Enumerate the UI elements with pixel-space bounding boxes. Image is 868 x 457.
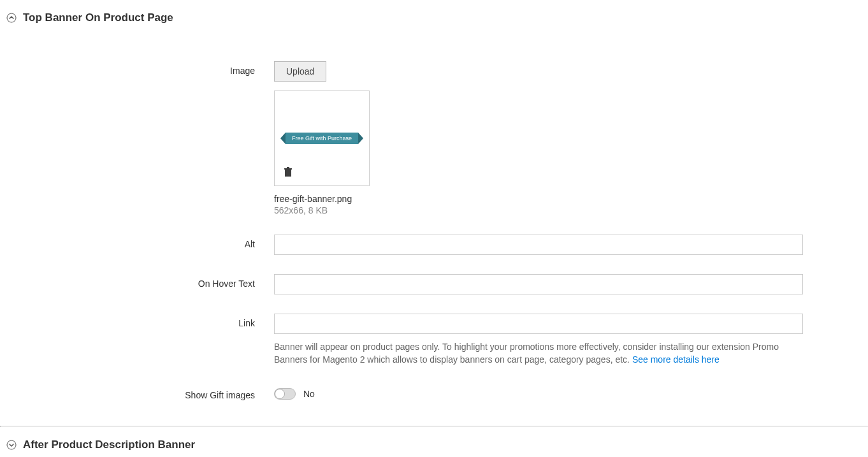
help-link[interactable]: See more details here bbox=[632, 354, 720, 365]
field-label-link: Link bbox=[6, 314, 274, 328]
field-label-hover: On Hover Text bbox=[6, 274, 274, 289]
field-alt: Alt bbox=[6, 235, 862, 255]
show-gift-value: No bbox=[303, 389, 315, 399]
link-input[interactable] bbox=[274, 314, 803, 334]
image-preview: Free Gift with Purchase bbox=[274, 91, 370, 186]
svg-point-0 bbox=[7, 13, 16, 22]
trash-icon[interactable] bbox=[284, 167, 293, 179]
field-label-show-gift: Show Gift images bbox=[6, 386, 274, 400]
upload-button[interactable]: Upload bbox=[274, 61, 326, 82]
image-filename: free-gift-banner.png bbox=[274, 194, 803, 204]
field-image: Image Upload Free Gift with Purchase fre… bbox=[6, 61, 862, 215]
field-label-alt: Alt bbox=[6, 235, 274, 249]
svg-rect-2 bbox=[284, 168, 292, 170]
section-header-top-banner[interactable]: Top Banner On Product Page bbox=[6, 6, 862, 29]
svg-point-4 bbox=[7, 440, 16, 449]
field-show-gift: Show Gift images No bbox=[6, 386, 862, 400]
svg-rect-1 bbox=[285, 170, 291, 177]
show-gift-toggle[interactable] bbox=[274, 388, 296, 400]
link-help-text: Banner will appear on product pages only… bbox=[274, 340, 803, 366]
section-title: Top Banner On Product Page bbox=[23, 11, 173, 24]
banner-preview-text: Free Gift with Purchase bbox=[286, 133, 358, 144]
chevron-up-icon bbox=[6, 13, 17, 23]
image-meta: 562x66, 8 KB bbox=[274, 205, 803, 215]
section-body: Image Upload Free Gift with Purchase fre… bbox=[6, 29, 862, 426]
field-label-image: Image bbox=[6, 61, 274, 76]
field-hover-text: On Hover Text bbox=[6, 274, 862, 294]
alt-input[interactable] bbox=[274, 235, 803, 255]
chevron-down-icon bbox=[6, 440, 17, 450]
field-link: Link Banner will appear on product pages… bbox=[6, 314, 862, 366]
section-title: After Product Description Banner bbox=[23, 439, 195, 451]
hover-text-input[interactable] bbox=[274, 274, 803, 294]
section-header-after-description[interactable]: After Product Description Banner bbox=[6, 433, 862, 456]
svg-rect-3 bbox=[287, 167, 289, 168]
